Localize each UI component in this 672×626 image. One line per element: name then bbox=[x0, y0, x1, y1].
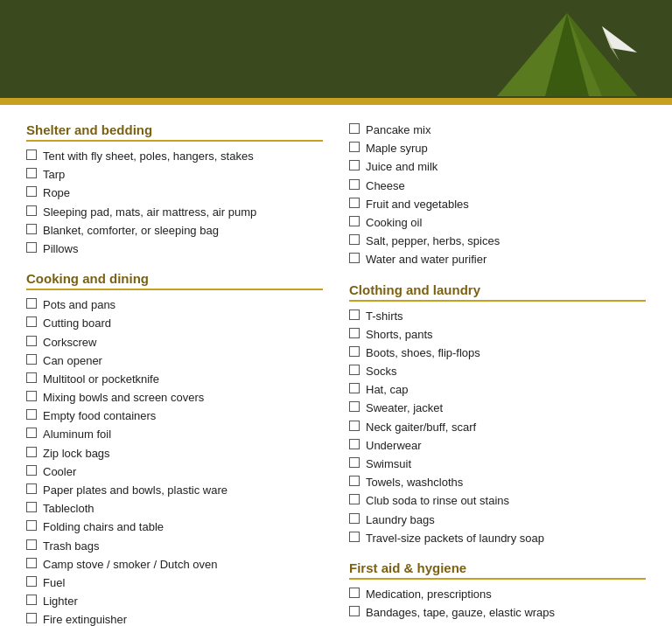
list-item[interactable]: Travel-size packets of laundry soap bbox=[349, 531, 646, 546]
checkbox-icon[interactable] bbox=[349, 198, 360, 208]
checkbox-icon[interactable] bbox=[349, 401, 360, 412]
list-item[interactable]: Laundry bags bbox=[349, 512, 646, 528]
checkbox-icon[interactable] bbox=[26, 483, 37, 494]
checkbox-icon[interactable] bbox=[349, 160, 360, 170]
list-item[interactable]: Fuel bbox=[26, 575, 323, 591]
checkbox-icon[interactable] bbox=[26, 224, 37, 234]
checkbox-icon[interactable] bbox=[349, 532, 360, 542]
checkbox-icon[interactable] bbox=[26, 205, 37, 216]
checkbox-icon[interactable] bbox=[26, 391, 37, 401]
list-item[interactable]: Juice and milk bbox=[349, 159, 646, 175]
checkbox-icon[interactable] bbox=[26, 354, 37, 365]
checkbox-icon[interactable] bbox=[349, 457, 360, 468]
item-label: Cutting board bbox=[43, 316, 111, 331]
list-item[interactable]: Sleeping pad, mats, air mattress, air pu… bbox=[26, 205, 323, 220]
list-item[interactable]: Neck gaiter/buff, scarf bbox=[349, 420, 646, 435]
checkbox-icon[interactable] bbox=[26, 316, 37, 327]
item-label: Cooler bbox=[43, 464, 76, 480]
checkbox-icon[interactable] bbox=[26, 409, 37, 420]
checkbox-icon[interactable] bbox=[349, 310, 360, 320]
checkbox-icon[interactable] bbox=[26, 168, 37, 178]
checkbox-icon[interactable] bbox=[349, 123, 360, 134]
checkbox-icon[interactable] bbox=[349, 216, 360, 226]
list-item[interactable]: Cooler bbox=[26, 464, 323, 480]
item-label: Pillows bbox=[43, 241, 78, 257]
header bbox=[0, 0, 672, 105]
list-item[interactable]: Lighter bbox=[26, 594, 323, 609]
list-item[interactable]: Multitool or pocketknife bbox=[26, 372, 323, 387]
checkbox-icon[interactable] bbox=[349, 346, 360, 357]
list-item[interactable]: Sweater, jacket bbox=[349, 400, 646, 416]
list-item[interactable]: Hat, cap bbox=[349, 382, 646, 398]
checkbox-icon[interactable] bbox=[349, 234, 360, 245]
list-item[interactable]: Trash bags bbox=[26, 539, 323, 554]
list-item[interactable]: Shorts, pants bbox=[349, 327, 646, 343]
list-item[interactable]: Fruit and vegetables bbox=[349, 197, 646, 212]
list-item[interactable]: Empty food containers bbox=[26, 408, 323, 424]
list-item[interactable]: Blanket, comforter, or sleeping bag bbox=[26, 223, 323, 239]
checkbox-icon[interactable] bbox=[349, 421, 360, 431]
checkbox-icon[interactable] bbox=[349, 365, 360, 375]
checkbox-icon[interactable] bbox=[349, 513, 360, 524]
section-food: Pancake mixMaple syrupJuice and milkChee… bbox=[349, 122, 646, 268]
list-item[interactable]: Cutting board bbox=[26, 316, 323, 331]
checkbox-icon[interactable] bbox=[349, 588, 360, 598]
list-item[interactable]: Boots, shoes, flip-flops bbox=[349, 345, 646, 361]
checkbox-icon[interactable] bbox=[26, 447, 37, 457]
checkbox-icon[interactable] bbox=[349, 439, 360, 449]
list-item[interactable]: Folding chairs and table bbox=[26, 519, 323, 535]
checkbox-icon[interactable] bbox=[26, 595, 37, 605]
list-item[interactable]: Underwear bbox=[349, 438, 646, 454]
list-item[interactable]: Swimsuit bbox=[349, 456, 646, 472]
list-item[interactable]: Maple syrup bbox=[349, 141, 646, 156]
list-item[interactable]: Aluminum foil bbox=[26, 427, 323, 442]
list-item[interactable]: Pillows bbox=[26, 241, 323, 257]
list-item[interactable]: Club soda to rinse out stains bbox=[349, 493, 646, 509]
list-item[interactable]: Tarp bbox=[26, 167, 323, 183]
list-item[interactable]: Tent with fly sheet, poles, hangers, sta… bbox=[26, 149, 323, 164]
list-item[interactable]: T-shirts bbox=[349, 309, 646, 324]
list-item[interactable]: Socks bbox=[349, 364, 646, 379]
list-item[interactable]: Cheese bbox=[349, 178, 646, 194]
list-item[interactable]: Cooking oil bbox=[349, 215, 646, 231]
list-item[interactable]: Towels, washcloths bbox=[349, 475, 646, 490]
checkbox-icon[interactable] bbox=[26, 336, 37, 346]
checkbox-icon[interactable] bbox=[26, 613, 37, 623]
checkbox-icon[interactable] bbox=[26, 428, 37, 438]
checkbox-icon[interactable] bbox=[26, 539, 37, 550]
checkbox-icon[interactable] bbox=[349, 494, 360, 504]
checkbox-icon[interactable] bbox=[26, 502, 37, 512]
list-item[interactable]: Camp stove / smoker / Dutch oven bbox=[26, 557, 323, 573]
checkbox-icon[interactable] bbox=[349, 142, 360, 152]
list-item[interactable]: Pancake mix bbox=[349, 122, 646, 138]
checkbox-icon[interactable] bbox=[349, 476, 360, 486]
list-item[interactable]: Medication, prescriptions bbox=[349, 587, 646, 602]
checkbox-icon[interactable] bbox=[26, 372, 37, 383]
checkbox-icon[interactable] bbox=[349, 253, 360, 263]
list-item[interactable]: Bandages, tape, gauze, elastic wraps bbox=[349, 605, 646, 621]
checkbox-icon[interactable] bbox=[349, 179, 360, 190]
list-item[interactable]: Tablecloth bbox=[26, 501, 323, 517]
checkbox-icon[interactable] bbox=[349, 328, 360, 338]
list-item[interactable]: Rope bbox=[26, 185, 323, 201]
list-item[interactable]: Salt, pepper, herbs, spices bbox=[349, 233, 646, 249]
list-item[interactable]: Mixing bowls and screen covers bbox=[26, 390, 323, 406]
checkbox-icon[interactable] bbox=[26, 150, 37, 160]
list-item[interactable]: Fire extinguisher bbox=[26, 612, 323, 626]
checkbox-icon[interactable] bbox=[349, 383, 360, 393]
tent-icon bbox=[497, 9, 637, 105]
checkbox-icon[interactable] bbox=[26, 242, 37, 253]
list-item[interactable]: Paper plates and bowls, plastic ware bbox=[26, 483, 323, 498]
list-item[interactable]: Water and water purifier bbox=[349, 252, 646, 268]
checkbox-icon[interactable] bbox=[26, 465, 37, 476]
list-item[interactable]: Can opener bbox=[26, 353, 323, 369]
list-item[interactable]: Corkscrew bbox=[26, 335, 323, 351]
checkbox-icon[interactable] bbox=[349, 606, 360, 616]
checkbox-icon[interactable] bbox=[26, 576, 37, 587]
checkbox-icon[interactable] bbox=[26, 558, 37, 568]
list-item[interactable]: Pots and pans bbox=[26, 297, 323, 313]
checkbox-icon[interactable] bbox=[26, 298, 37, 309]
checkbox-icon[interactable] bbox=[26, 186, 37, 197]
checkbox-icon[interactable] bbox=[26, 520, 37, 531]
list-item[interactable]: Zip lock bags bbox=[26, 446, 323, 462]
